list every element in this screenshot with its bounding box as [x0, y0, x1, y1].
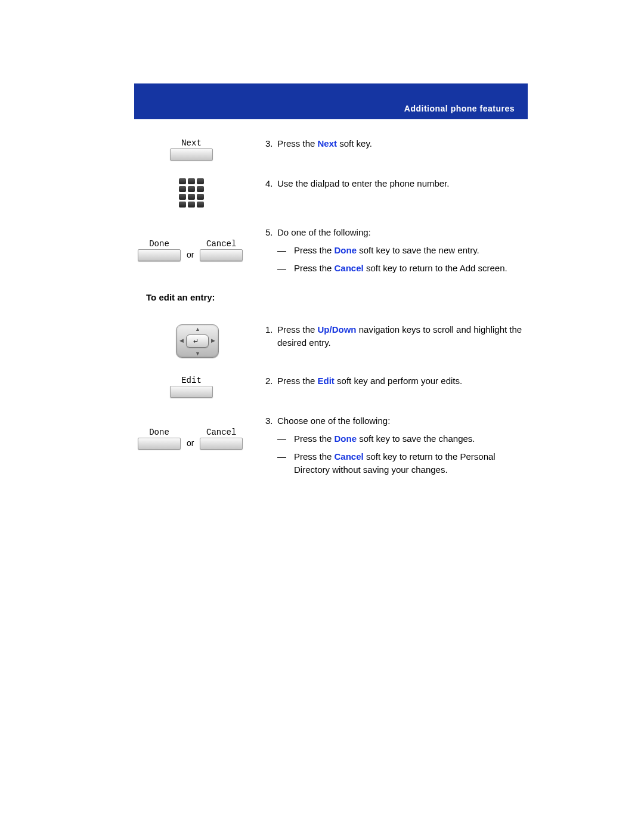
- step-5-sub-b: — Press the Cancel soft key to return to…: [277, 262, 528, 275]
- step-3-text: 3. Press the Next soft key.: [265, 137, 528, 150]
- keyword-next: Next: [318, 138, 338, 148]
- dash: —: [277, 432, 294, 445]
- step-number: 4.: [265, 177, 277, 190]
- keyword-done: Done: [335, 245, 357, 255]
- text: Choose one of the following:: [277, 414, 528, 428]
- edit-step-3-lead: 3. Choose one of the following:: [265, 414, 528, 428]
- softkey-button-icon: [170, 386, 213, 398]
- softkey-button-icon: [170, 148, 213, 160]
- step-number: 5.: [265, 226, 277, 239]
- edit-step-1-row: ▲ ▼ ◀ ▶ ↵ 1. Press the Up/Down navigatio…: [134, 323, 528, 358]
- softkey-cancel: Cancel: [200, 239, 243, 261]
- keyword-done: Done: [335, 433, 357, 444]
- softkey-done: Done: [138, 428, 181, 450]
- keyword-updown: Up/Down: [318, 324, 357, 335]
- or-text: or: [183, 428, 197, 448]
- done-cancel-illustration: Done or Cancel: [134, 226, 265, 274]
- dash: —: [277, 450, 294, 476]
- softkey-done: Done: [138, 239, 181, 261]
- edit-step-2-text: 2. Press the Edit soft key and perform y…: [265, 374, 528, 388]
- text: Do one of the following:: [277, 226, 528, 239]
- done-cancel-illustration-2: Done or Cancel: [134, 414, 265, 476]
- step-3-row: Next 3. Press the Next soft key.: [134, 137, 528, 160]
- keyword-cancel: Cancel: [335, 451, 364, 462]
- step-5-sub-a: — Press the Done soft key to save the ne…: [277, 244, 528, 257]
- text: Press the: [277, 138, 318, 148]
- step-5-row: Done or Cancel 5. Do one of the followin…: [134, 226, 528, 274]
- softkey-edit-label: Edit: [170, 376, 213, 385]
- edit-section-heading: To edit an entry:: [146, 292, 528, 302]
- step-number: 3.: [265, 414, 277, 428]
- chevron-up-icon: ▲: [195, 326, 200, 332]
- step-5-lead: 5. Do one of the following:: [265, 226, 528, 239]
- text: Press the: [294, 433, 335, 444]
- text: Press the: [294, 263, 335, 273]
- or-text: or: [183, 239, 197, 259]
- text: soft key to save the changes.: [357, 433, 475, 444]
- chevron-down-icon: ▼: [195, 351, 200, 357]
- softkey-button-icon: [138, 249, 181, 261]
- text: soft key.: [337, 138, 372, 148]
- edit-step-3-row: Done or Cancel 3. Choose one of the foll…: [134, 414, 528, 476]
- header-bar: Additional phone features: [134, 83, 528, 119]
- content-area: Next 3. Press the Next soft key.: [134, 119, 528, 476]
- softkey-edit: Edit: [170, 376, 213, 398]
- softkey-done-label: Done: [138, 428, 181, 437]
- softkey-done-label: Done: [138, 239, 181, 249]
- softkey-next: Next: [170, 138, 213, 160]
- softkey-button-icon: [200, 249, 243, 261]
- softkey-button-icon: [200, 438, 243, 450]
- edit-step-1-text: 1. Press the Up/Down navigation keys to …: [265, 323, 528, 349]
- step-number: 2.: [265, 374, 277, 388]
- softkey-button-icon: [138, 438, 181, 450]
- step-number: 1.: [265, 323, 277, 349]
- softkey-edit-illustration: Edit: [134, 374, 265, 398]
- softkey-cancel: Cancel: [200, 428, 243, 450]
- text: Press the: [277, 324, 318, 335]
- navpad-icon: ▲ ▼ ◀ ▶ ↵: [176, 324, 219, 358]
- text: soft key to return to the Add screen.: [364, 263, 507, 273]
- text: Press the: [294, 245, 335, 255]
- softkey-next-label: Next: [170, 138, 213, 148]
- edit-step-3-sub-a: — Press the Done soft key to save the ch…: [277, 432, 528, 445]
- dialpad-icon: [179, 178, 204, 209]
- softkey-next-illustration: Next: [134, 137, 265, 160]
- dash: —: [277, 244, 294, 257]
- navpad-illustration: ▲ ▼ ◀ ▶ ↵: [134, 323, 265, 358]
- text: soft key to save the new entry.: [357, 245, 479, 255]
- dialpad-illustration: [134, 177, 265, 209]
- keyword-cancel: Cancel: [335, 263, 364, 273]
- enter-icon: ↵: [193, 337, 199, 345]
- chevron-left-icon: ◀: [179, 337, 184, 343]
- step-4-text: 4. Use the dialpad to enter the phone nu…: [265, 177, 528, 190]
- step-4-row: 4. Use the dialpad to enter the phone nu…: [134, 177, 528, 209]
- keyword-edit: Edit: [318, 376, 335, 386]
- edit-step-3-sub-b: — Press the Cancel soft key to return to…: [277, 450, 528, 476]
- text: Press the: [277, 376, 318, 386]
- text: soft key and perform your edits.: [335, 376, 462, 386]
- text: Use the dialpad to enter the phone numbe…: [277, 177, 528, 190]
- header-title: Additional phone features: [404, 104, 515, 113]
- text: Press the: [294, 451, 335, 462]
- chevron-right-icon: ▶: [211, 337, 215, 343]
- step-number: 3.: [265, 137, 277, 150]
- edit-step-2-row: Edit 2. Press the Edit soft key and perf…: [134, 374, 528, 398]
- softkey-cancel-label: Cancel: [200, 428, 243, 437]
- document-page: Additional phone features Next 3. Press …: [0, 83, 644, 476]
- softkey-cancel-label: Cancel: [200, 239, 243, 249]
- dash: —: [277, 262, 294, 275]
